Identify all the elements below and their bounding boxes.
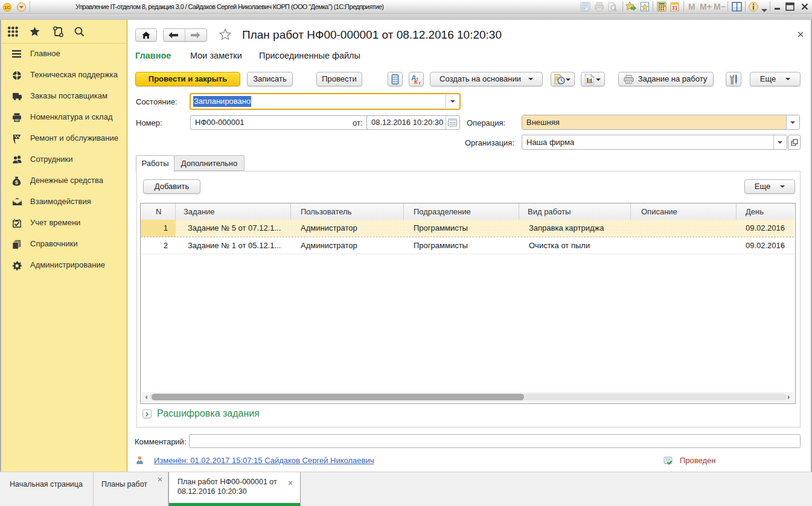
- svg-text:31: 31: [672, 5, 678, 11]
- svg-text:$: $: [15, 179, 19, 185]
- svg-text:1С: 1С: [4, 5, 10, 10]
- svg-text:т: т: [419, 81, 421, 85]
- svg-text:К: К: [414, 79, 418, 85]
